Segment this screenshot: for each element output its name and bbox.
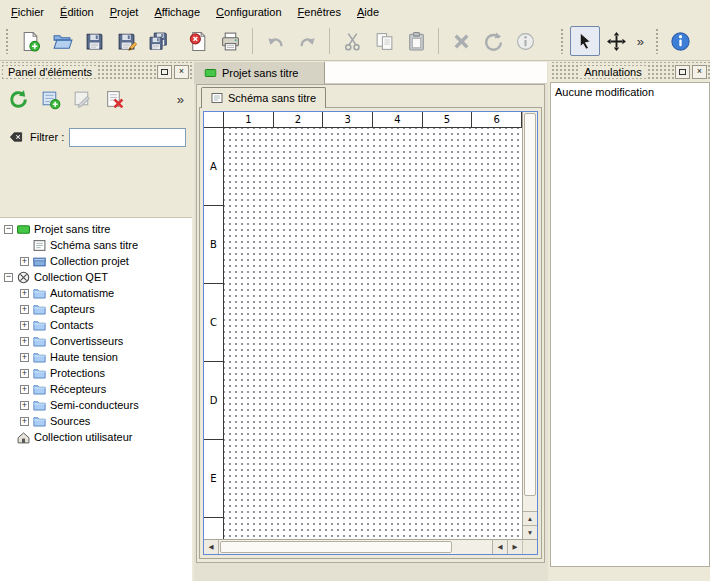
about-button[interactable] [665, 26, 695, 56]
menu-fenetres[interactable]: Fenêtres [290, 2, 349, 21]
diagram-canvas[interactable] [224, 128, 522, 539]
select-tool-button[interactable] [570, 26, 600, 56]
new-button[interactable] [15, 26, 45, 56]
scroll-left-button[interactable]: ◀ [204, 540, 219, 554]
tree-item[interactable]: Collection utilisateur [0, 429, 192, 445]
tree-item[interactable]: Protections [0, 365, 192, 381]
expand-icon[interactable] [20, 305, 29, 314]
ruler-column-label: 6 [472, 112, 522, 127]
project-icon [17, 223, 30, 236]
save-all-button[interactable] [143, 26, 173, 56]
undo-list-item[interactable]: Aucune modification [555, 86, 705, 98]
paste-button[interactable] [401, 26, 431, 56]
toolbar-separator [438, 28, 439, 54]
save-as-button[interactable] [111, 26, 141, 56]
elements-toolbar-overflow-button[interactable]: » [177, 92, 184, 107]
tree-item[interactable]: Capteurs [0, 301, 192, 317]
menu-affichage[interactable]: Affichage [146, 2, 208, 21]
horizontal-scroll-track[interactable] [219, 540, 492, 554]
collapse-icon[interactable] [4, 225, 13, 234]
info-blue-icon [670, 31, 691, 52]
horizontal-scrollbar[interactable]: ◀ ◀ ▶ [204, 539, 537, 554]
vertical-scrollbar[interactable]: ▲ ▼ [522, 112, 537, 539]
expand-icon[interactable] [20, 289, 29, 298]
ruler-column-label: 2 [274, 112, 324, 127]
tree-item[interactable]: Contacts [0, 317, 192, 333]
horizontal-scroll-thumb[interactable] [220, 541, 452, 553]
expand-icon[interactable] [20, 337, 29, 346]
close-panel-button[interactable]: × [174, 65, 189, 79]
expand-icon[interactable] [20, 257, 29, 266]
toolbar-drag-handle[interactable] [5, 28, 10, 54]
redo-button[interactable] [292, 26, 322, 56]
clear-filter-button[interactable] [6, 128, 25, 146]
diagram-sheet: 1 2 3 4 5 6 A B C [204, 112, 522, 539]
tree-item-label: Convertisseurs [50, 335, 123, 347]
properties-button[interactable] [510, 26, 540, 56]
ruler-column-label: 3 [323, 112, 373, 127]
tree-item[interactable]: Projet sans titre [0, 221, 192, 237]
print-button[interactable] [215, 26, 245, 56]
float-panel-button[interactable] [157, 65, 172, 79]
elements-panel-titlebar[interactable]: Panel d'éléments × [0, 62, 192, 81]
toolbar-drag-handle[interactable] [560, 28, 565, 54]
toolbar-overflow-button[interactable]: » [634, 34, 647, 49]
scroll-left-button[interactable]: ◀ [492, 540, 507, 554]
edit-element-button[interactable] [68, 85, 96, 113]
expand-icon[interactable] [20, 369, 29, 378]
expand-icon[interactable] [20, 353, 29, 362]
elements-panel-title: Panel d'éléments [3, 66, 97, 78]
tree-item[interactable]: Automatisme [0, 285, 192, 301]
undo-panel-titlebar[interactable]: Annulations × [550, 62, 710, 81]
info-gray-icon [515, 31, 536, 52]
collapse-icon[interactable] [4, 273, 13, 282]
tree-item[interactable]: Collection QET [0, 269, 192, 285]
copy-icon [374, 31, 395, 52]
expand-icon[interactable] [20, 417, 29, 426]
float-panel-button[interactable] [675, 65, 690, 79]
scroll-down-button[interactable]: ▼ [523, 525, 537, 539]
expand-icon[interactable] [20, 401, 29, 410]
tree-item-label: Récepteurs [50, 383, 106, 395]
rotate-icon [483, 31, 504, 52]
pan-tool-button[interactable] [602, 26, 632, 56]
menu-fichier[interactable]: Fichier [3, 2, 52, 21]
menu-edition[interactable]: Édition [52, 2, 102, 21]
delete-button[interactable] [446, 26, 476, 56]
tree-item[interactable]: Schéma sans titre [0, 237, 192, 253]
close-panel-button[interactable]: × [692, 65, 707, 79]
diagram-tab[interactable]: Schéma sans titre [201, 87, 326, 108]
scroll-up-button[interactable]: ▲ [523, 511, 537, 525]
tree-item[interactable]: Convertisseurs [0, 333, 192, 349]
reload-collections-button[interactable] [4, 85, 32, 113]
tree-item[interactable]: Récepteurs [0, 381, 192, 397]
tree-item-label: Contacts [50, 319, 93, 331]
save-button[interactable] [79, 26, 109, 56]
cut-button[interactable] [337, 26, 367, 56]
expand-icon[interactable] [20, 321, 29, 330]
tree-item-label: Haute tension [50, 351, 118, 363]
close-file-button[interactable] [183, 26, 213, 56]
vertical-scroll-track[interactable] [523, 112, 537, 511]
project-tab[interactable]: Projet sans titre [194, 62, 325, 84]
tree-item[interactable]: Semi-conducteurs [0, 397, 192, 413]
toolbar-drag-handle[interactable] [655, 28, 660, 54]
expand-icon[interactable] [20, 385, 29, 394]
vertical-scroll-thumb[interactable] [524, 113, 536, 496]
undo-button[interactable] [260, 26, 290, 56]
menu-aide[interactable]: Aide [349, 2, 387, 21]
tree-item[interactable]: Sources [0, 413, 192, 429]
copy-button[interactable] [369, 26, 399, 56]
tree-item[interactable]: Collection projet [0, 253, 192, 269]
new-element-button[interactable] [36, 85, 64, 113]
rotate-button[interactable] [478, 26, 508, 56]
open-button[interactable] [47, 26, 77, 56]
scroll-right-button[interactable]: ▶ [507, 540, 522, 554]
undo-history-list[interactable]: Aucune modification [550, 82, 710, 567]
filter-input[interactable] [69, 128, 186, 147]
delete-element-button[interactable] [100, 85, 128, 113]
menu-configuration[interactable]: Configuration [208, 2, 289, 21]
menu-projet[interactable]: Projet [102, 2, 147, 21]
folder-icon [33, 303, 46, 316]
tree-item[interactable]: Haute tension [0, 349, 192, 365]
